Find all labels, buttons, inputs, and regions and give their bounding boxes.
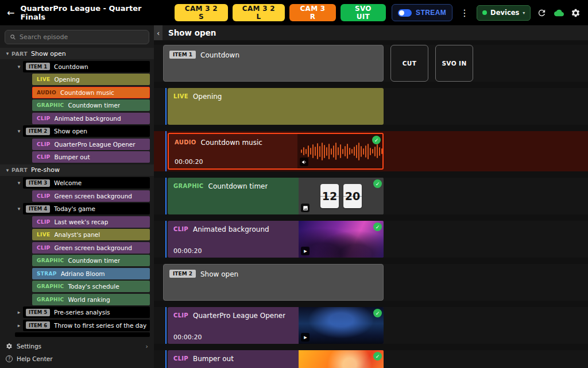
tree-cue-chip[interactable]: GRAPHICCountdown timer: [32, 255, 150, 266]
tree-item-chip[interactable]: ITEM 6Throw to first series of the day: [23, 320, 150, 331]
cue-type-label: CLIP: [173, 312, 188, 319]
check-icon: ✓: [373, 309, 382, 317]
tree-cue-row[interactable]: GRAPHICWorld ranking: [0, 294, 150, 305]
overflow-menu-icon[interactable]: ⋮: [458, 7, 471, 18]
svo-in-button[interactable]: SVO IN: [435, 45, 473, 82]
rundown-cue-card[interactable]: AUDIOCountdown music00:00:20✓: [168, 133, 384, 170]
tree-cue-row[interactable]: AUDIOCountdown music: [0, 87, 150, 98]
tree-cue-chip[interactable]: LIVEOpening: [32, 74, 150, 85]
rundown-cue-card[interactable]: CLIPAnimated background▶00:00:20✓: [168, 221, 384, 258]
tree-cue-row[interactable]: CLIPAnimated background: [0, 113, 150, 124]
tree-item-row[interactable]: ▾ITEM 2Show open: [0, 125, 150, 137]
body: ▾PARTShow open▾ITEM 1CountdownLIVEOpenin…: [0, 25, 588, 368]
stream-button[interactable]: STREAM: [392, 4, 452, 21]
tree-cue-chip[interactable]: CLIPBumper out: [32, 151, 150, 163]
back-arrow-icon[interactable]: ←: [7, 7, 14, 18]
tree-item-chip[interactable]: ITEM 3Welcome: [23, 177, 150, 189]
devices-dropdown[interactable]: Devices ▾: [477, 5, 531, 21]
collapse-sidebar-icon[interactable]: ‹: [154, 25, 163, 40]
cue-type-label: CLIP: [37, 154, 51, 160]
tree-cue-row[interactable]: CLIPGreen screen background: [0, 242, 150, 254]
tree-cue-chip[interactable]: CLIPQuarterPro League Opener: [32, 139, 150, 150]
search-input[interactable]: [20, 33, 144, 41]
tree-item-row[interactable]: ▾ITEM 4Today's game: [0, 203, 150, 214]
tree-cue-chip[interactable]: CLIPLast week's recap: [32, 216, 150, 228]
help-center-button[interactable]: ? Help Center: [6, 354, 148, 363]
image-icon: [301, 204, 310, 212]
tree-cue-row[interactable]: LIVEOpening: [0, 74, 150, 85]
tree-cue-chip[interactable]: CLIPGreen screen background: [32, 242, 150, 254]
caret-down-icon[interactable]: ▾: [3, 167, 11, 173]
tree-item-chip[interactable]: ITEM 1Countdown: [23, 61, 150, 72]
caret-down-icon[interactable]: ▾: [3, 51, 11, 56]
cue-label: Countdown timer: [68, 102, 120, 109]
caret-down-icon[interactable]: ▾: [15, 206, 23, 212]
tree-cue-row[interactable]: CLIPGreen screen background: [0, 190, 150, 202]
cue-type-label: AUDIO: [37, 90, 56, 95]
rundown-item-card[interactable]: ITEM 2Show open: [163, 264, 384, 301]
gear-icon[interactable]: [570, 7, 581, 18]
tree-cue-row[interactable]: CLIPQuarterPro League Opener: [0, 139, 150, 150]
tree-cue-chip[interactable]: GRAPHICToday's schedule: [32, 281, 150, 292]
cam-button-3[interactable]: CAM 3 R: [289, 4, 336, 21]
flip-clock-minutes: 20: [343, 184, 362, 208]
cam-button-1[interactable]: CAM 3 2 S: [175, 4, 227, 21]
cue-type-label: LIVE: [37, 232, 50, 237]
cue-type-label: CLIP: [37, 141, 51, 147]
tree-item-chip[interactable]: ITEM 2Show open: [23, 125, 150, 137]
tree-part-row[interactable]: ▾PARTPre-show: [0, 164, 154, 176]
rundown-cue-card[interactable]: LIVEOpening: [168, 88, 384, 125]
item-badge: ITEM 4: [26, 205, 50, 213]
cut-button[interactable]: CUT: [390, 45, 428, 82]
tree-cue-row[interactable]: STRAPAdriano Bloom: [0, 268, 150, 279]
tree-part-row[interactable]: ▾PARTShow open: [0, 48, 154, 59]
tree-cue-chip[interactable]: GRAPHICWorld ranking: [32, 294, 150, 305]
tree-item-row[interactable]: ▾ITEM 1Countdown: [0, 61, 150, 72]
search-box[interactable]: [5, 30, 149, 44]
tree-item-row[interactable]: ▸ITEM 5Pre-series analysis: [0, 306, 150, 318]
tree-item-row[interactable]: ▸ITEM 6Throw to first series of the day: [0, 320, 150, 331]
stream-label: STREAM: [416, 9, 446, 17]
rundown-cue-card[interactable]: CLIPBumper out▶✓: [168, 350, 384, 368]
sync-icon[interactable]: [536, 7, 547, 18]
tree-cue-chip[interactable]: GRAPHICCountdown timer: [32, 99, 150, 111]
tree-item-row[interactable]: ▾ITEM 3Welcome: [0, 177, 150, 189]
rundown-cue-card[interactable]: CLIPQuarterPro League Opener▶00:00:20✓: [168, 307, 384, 344]
caret-down-icon[interactable]: ▾: [15, 128, 23, 134]
rundown-item-row: ITEM 1CountdownCUTSVO IN: [154, 45, 588, 82]
cue-label: Today's schedule: [68, 283, 119, 290]
caret-down-icon[interactable]: ▾: [15, 180, 23, 186]
tree-cue-row[interactable]: GRAPHICCountdown timer: [0, 99, 150, 111]
chevron-down-icon: ▾: [523, 10, 525, 16]
rundown-item-card[interactable]: ITEM 1Countdown: [163, 45, 384, 82]
caret-right-icon[interactable]: ▸: [15, 309, 23, 315]
stream-toggle[interactable]: [398, 9, 412, 17]
cue-label: Adriano Bloom: [61, 270, 105, 277]
rundown-cue-row: CLIPAnimated background▶00:00:20✓: [154, 221, 588, 258]
tree-cue-chip[interactable]: AUDIOCountdown music: [32, 87, 150, 98]
cloud-status-icon[interactable]: [554, 7, 564, 18]
tree-cue-row[interactable]: CLIPBumper out: [0, 151, 150, 163]
tree-cue-row[interactable]: CLIPLast week's recap: [0, 216, 150, 228]
rundown-title: Show open: [168, 28, 216, 37]
tree-cue-row[interactable]: GRAPHICCountdown timer: [0, 255, 150, 266]
item-badge: ITEM 6: [26, 321, 50, 329]
tree-cue-row[interactable]: LIVEAnalyst's panel: [0, 229, 150, 240]
tree-cue-row[interactable]: GRAPHICToday's schedule: [0, 281, 150, 292]
tree-cue-chip[interactable]: STRAPAdriano Bloom: [32, 268, 150, 279]
tree-item-chip[interactable]: ITEM 5Pre-series analysis: [23, 306, 150, 318]
rundown-cue-card[interactable]: GRAPHICCountdown timer1220✓: [168, 178, 384, 214]
caret-down-icon[interactable]: ▾: [15, 64, 23, 70]
tree-cue-chip[interactable]: CLIPAnimated background: [32, 113, 150, 124]
item-label: Show open: [200, 270, 238, 278]
caret-right-icon[interactable]: ▸: [15, 323, 23, 328]
item-label: Today's game: [54, 205, 95, 212]
cam-button-4[interactable]: SVO UIT: [341, 4, 386, 21]
tree-item-chip[interactable]: ITEM 4Today's game: [23, 203, 150, 214]
clip-thumbnail: ▶: [299, 350, 384, 368]
settings-button[interactable]: Settings ›: [6, 342, 148, 351]
tree-cue-chip[interactable]: CLIPGreen screen background: [32, 190, 150, 202]
cam-button-2[interactable]: CAM 3 2 L: [233, 4, 285, 21]
tree-cue-chip[interactable]: LIVEAnalyst's panel: [32, 229, 150, 240]
audio-waveform-thumbnail: [297, 134, 382, 168]
